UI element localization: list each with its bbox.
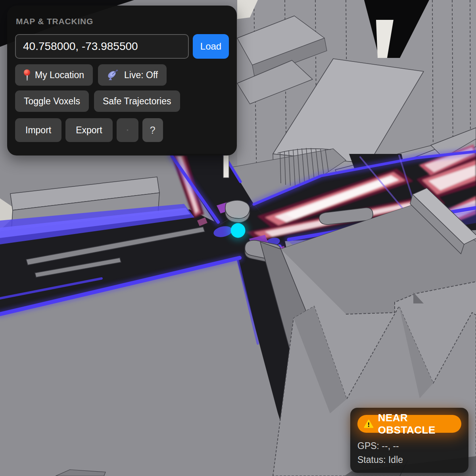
coordinates-row: Load [15, 34, 229, 59]
fullscreen-icon [127, 125, 128, 135]
near-obstacle-label: NEAR OBSTACLE [378, 412, 453, 436]
live-toggle-button[interactable]: Live: Off [98, 64, 167, 86]
safe-trajectories-button[interactable]: Safe Trajectories [94, 90, 180, 112]
export-button[interactable]: Export [65, 118, 112, 142]
my-location-label: My Location [35, 70, 84, 81]
status-panel: NEAR OBSTACLE GPS: --, -- Status: Idle [350, 408, 468, 473]
help-button[interactable]: ? [142, 118, 163, 142]
panel-title: MAP & TRACKING [16, 17, 229, 26]
import-button[interactable]: Import [15, 118, 61, 142]
pushpin-icon [24, 69, 30, 81]
coordinates-input[interactable] [15, 34, 189, 59]
voxel-row: Toggle Voxels Safe Trajectories [15, 90, 229, 112]
fullscreen-button[interactable] [117, 118, 138, 142]
gps-readout: GPS: --, -- [357, 439, 461, 453]
status-readout: Status: Idle [357, 453, 461, 467]
near-obstacle-badge: NEAR OBSTACLE [357, 415, 461, 433]
my-location-button[interactable]: My Location [15, 64, 93, 86]
load-button[interactable]: Load [193, 34, 229, 59]
io-row: Import Export ? [15, 118, 229, 142]
warning-icon [364, 418, 374, 429]
location-row: My Location Live: Off [15, 64, 229, 86]
toggle-voxels-button[interactable]: Toggle Voxels [15, 90, 89, 112]
vehicle-marker[interactable] [228, 220, 248, 241]
live-toggle-label: Live: Off [124, 70, 158, 81]
app-window: MAP & TRACKING Load My Location [0, 0, 476, 476]
map-tracking-panel: MAP & TRACKING Load My Location [7, 6, 237, 155]
satellite-dish-icon [107, 69, 119, 81]
